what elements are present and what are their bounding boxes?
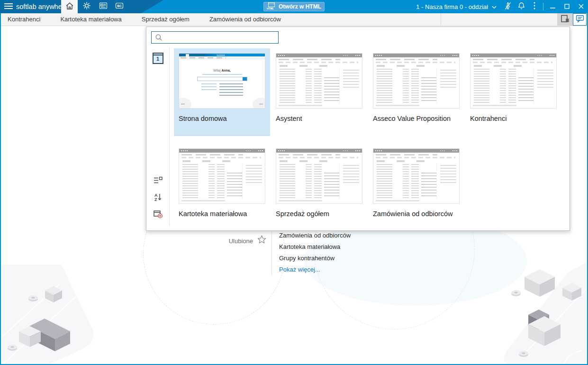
- svg-text:BC: BC: [117, 4, 122, 8]
- html-window-icon: HTML: [267, 2, 276, 11]
- company-selector[interactable]: 1 - Nasza firma 0 - oddział: [416, 3, 497, 10]
- open-in-html-button[interactable]: HTML Otwórz w HTML: [263, 2, 325, 11]
- favorites-list: Zamówienia od odbiorców Kartoteka materi…: [279, 230, 351, 275]
- chat-bubble-icon: [575, 14, 585, 25]
- microphone-muted-button[interactable]: [501, 0, 515, 13]
- window-tiles-grid: Witaj Anna, Strona domowa: [174, 48, 561, 231]
- news-button[interactable]: [95, 0, 111, 13]
- titlebar: softlab anywhere: [0, 0, 588, 13]
- tab-kartoteka-materialowa[interactable]: Kartoteka materiałowa: [54, 13, 128, 26]
- table-page-thumbnail: [276, 148, 362, 204]
- titlebar-separator: [543, 3, 543, 10]
- tile-label: Sprzedaż ogółem: [276, 210, 362, 218]
- table-page-thumbnail: [373, 53, 460, 109]
- window-switcher-panel: 1 A: [146, 27, 570, 231]
- table-page-thumbnail: [373, 148, 460, 204]
- maximize-icon: [564, 2, 570, 11]
- minimize-icon: [550, 2, 555, 11]
- main-content: Ulubione Zamówienia od odbiorców Kartote…: [1, 26, 587, 364]
- open-tabs-bar: Kontrahenci Kartoteka materiałowa Sprzed…: [1, 13, 587, 26]
- tile-label: Asystent: [276, 115, 362, 122]
- tile-label: Strona domowa: [179, 115, 265, 122]
- close-icon: [579, 2, 584, 11]
- favorites-divider: [271, 231, 272, 275]
- tile-label: Asseco Value Proposition: [373, 115, 460, 122]
- app-title: softlab anywhere: [16, 0, 68, 13]
- toolbar-separator: [441, 13, 441, 26]
- sort-az-icon: A Z: [153, 192, 163, 203]
- home-icon: [65, 1, 74, 12]
- search-input[interactable]: [165, 32, 278, 43]
- show-more-link[interactable]: Pokaż więcej...: [279, 264, 320, 275]
- hamburger-menu-icon[interactable]: [4, 3, 13, 10]
- tab-home[interactable]: [61, 0, 78, 13]
- tab-sprzedaz-ogolem[interactable]: Sprzedaż ogółem: [135, 13, 196, 26]
- star-icon[interactable]: [257, 235, 266, 246]
- assistant-button[interactable]: [79, 0, 95, 13]
- open-windows-list-button[interactable]: [557, 13, 573, 26]
- close-windows-icon: [153, 210, 163, 220]
- open-in-html-label: Otwórz w HTML: [279, 3, 321, 10]
- svg-text:Z: Z: [154, 197, 157, 201]
- chat-panel-button[interactable]: [573, 13, 587, 26]
- tab-kontrahenci[interactable]: Kontrahenci: [1, 13, 47, 26]
- table-page-thumbnail: [179, 148, 265, 204]
- tile-label: Kartoteka materiałowa: [179, 210, 265, 218]
- tile-sprzedaz-ogolem[interactable]: Sprzedaż ogółem: [271, 144, 367, 231]
- table-page-thumbnail: [470, 53, 557, 109]
- bc-module-button[interactable]: BC: [111, 0, 127, 13]
- search-icon: [155, 34, 163, 41]
- list-view-button[interactable]: [153, 176, 163, 186]
- favorite-item[interactable]: Grupy kontrahentów: [279, 253, 351, 264]
- tile-zamowienia-od-odbiorcow[interactable]: Zamówienia od odbiorców: [368, 144, 464, 231]
- svg-text:A: A: [154, 193, 158, 198]
- tile-label: Zamówienia od odbiorców: [373, 210, 460, 218]
- maximize-button[interactable]: [560, 0, 574, 13]
- close-all-windows-button[interactable]: [153, 210, 163, 220]
- tile-label: Kontrahenci: [470, 115, 557, 122]
- panel-left-rail: 1 A: [146, 47, 170, 227]
- search-box: [151, 31, 279, 44]
- more-options-button[interactable]: [528, 0, 541, 13]
- chevron-down-icon: [492, 3, 497, 10]
- bell-icon: [517, 1, 526, 12]
- favorites-label: Ulubione: [200, 237, 253, 245]
- svg-text:HTML: HTML: [267, 7, 274, 10]
- kebab-menu-icon: [533, 1, 536, 12]
- windows-list-icon: [560, 14, 570, 25]
- tab-zamowienia-od-odbiorcow[interactable]: Zamówienia od odbiorców: [203, 13, 288, 26]
- tile-asseco-value-proposition[interactable]: Asseco Value Proposition: [368, 48, 464, 136]
- app-window: softlab anywhere: [0, 0, 588, 365]
- sun-icon: [82, 1, 91, 12]
- newspaper-icon: [99, 1, 108, 12]
- home-page-thumbnail: Witaj Anna,: [179, 53, 265, 109]
- company-selector-label: 1 - Nasza firma 0 - oddział: [416, 3, 488, 10]
- bc-icon: BC: [115, 1, 124, 12]
- favorites-section: Ulubione Zamówienia od odbiorców Kartote…: [1, 230, 587, 282]
- tile-kartoteka-materialowa[interactable]: Kartoteka materiałowa: [174, 144, 270, 231]
- window-frame: Kontrahenci Kartoteka materiałowa Sprzed…: [0, 13, 588, 365]
- window-count-badge[interactable]: 1: [153, 53, 163, 64]
- tile-asystent[interactable]: Asystent: [271, 48, 367, 136]
- favorite-item[interactable]: Zamówienia od odbiorców: [279, 230, 351, 241]
- mic-off-icon: [503, 1, 513, 12]
- notifications-button[interactable]: [515, 0, 528, 13]
- sort-az-button[interactable]: A Z: [153, 192, 163, 203]
- minimize-button[interactable]: [545, 0, 560, 13]
- table-page-thumbnail: [276, 53, 362, 109]
- tile-kontrahenci[interactable]: Kontrahenci: [465, 48, 561, 136]
- list-view-icon: [153, 176, 163, 186]
- close-button[interactable]: [574, 0, 588, 13]
- tile-strona-domowa[interactable]: Witaj Anna, Strona domowa: [174, 48, 270, 136]
- favorite-item[interactable]: Kartoteka materiałowa: [279, 241, 351, 253]
- titlebar-right-cluster: 1 - Nasza firma 0 - oddział: [416, 0, 588, 13]
- thumbnail-greeting: Witaj Anna,: [179, 69, 265, 73]
